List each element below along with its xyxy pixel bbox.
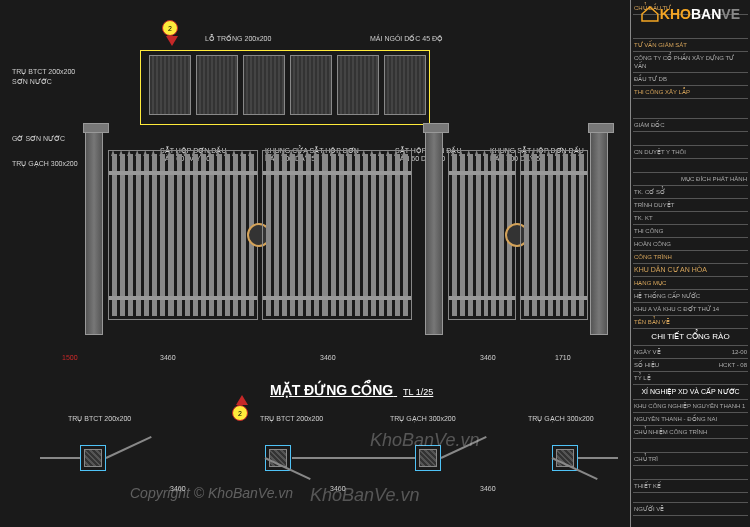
copyright-text: Copyright © KhoBanVe.vn bbox=[130, 485, 293, 501]
tb-muc-dich: MỤC ĐÍCH PHÁT HÀNH bbox=[633, 173, 748, 186]
plan-label-btct-l: TRỤ BTCT 200x200 bbox=[68, 415, 131, 423]
tb-chi-tiet: CHI TIẾT CỔNG RÀO bbox=[633, 329, 748, 346]
label-tru-btct: TRỤ BTCT 200x200 bbox=[12, 68, 75, 76]
gate-panel-3 bbox=[448, 150, 516, 320]
tb-cong-trinh: CÔNG TRÌNH bbox=[633, 251, 748, 264]
watermark-2: KhoBanVe.vn bbox=[310, 485, 419, 506]
label-son-nuoc: SƠN NƯỚC bbox=[12, 78, 52, 86]
logo-ve: VE bbox=[721, 6, 740, 22]
dim-3460-3: 3460 bbox=[480, 354, 496, 361]
roof-section bbox=[140, 50, 430, 125]
dim-3460-1: 3460 bbox=[160, 354, 176, 361]
plan-label-gach-1: TRỤ GẠCH 300x200 bbox=[390, 415, 456, 423]
title-block: CHỦ ĐẦU TƯ TƯ VẤN GIÁM SÁT CÔNG TY CỔ PH… bbox=[630, 0, 750, 527]
tb-giam-doc: GIÁM ĐỐC bbox=[633, 119, 748, 132]
pillar-right bbox=[590, 130, 608, 335]
gate-panel-4 bbox=[520, 150, 588, 320]
pillar-left bbox=[85, 130, 103, 335]
tb-khu-dan-cu: KHU DÂN CƯ AN HÒA bbox=[633, 264, 748, 277]
drawing-scale: TL 1/25 bbox=[403, 387, 433, 397]
gate-elevation: 1500 3460 3460 3460 1710 bbox=[90, 40, 610, 370]
label-go-son: GỜ SƠN NƯỚC bbox=[12, 135, 65, 143]
logo-kho: KHO bbox=[660, 6, 691, 22]
gate-body bbox=[90, 150, 610, 335]
label-tru-gach: TRỤ GẠCH 300x200 bbox=[12, 160, 78, 168]
tb-thi-cong: THI CÔNG XÂY LẮP bbox=[633, 86, 748, 99]
drawing-canvas: TRỤ BTCT 200x200 SƠN NƯỚC GỜ SƠN NƯỚC TR… bbox=[0, 0, 630, 527]
plan-pillar-1 bbox=[80, 445, 106, 471]
tb-xi-nghiep: XÍ NGHIỆP XD VÀ CẤP NƯỚC bbox=[633, 385, 748, 400]
section-marker-bottom: 2 bbox=[232, 395, 252, 415]
tb-tu-van: TƯ VẤN GIÁM SÁT bbox=[633, 39, 748, 52]
plan-dim-3: 3460 bbox=[480, 485, 496, 492]
plan-label-gach-2: TRỤ GẠCH 300x200 bbox=[528, 415, 594, 423]
tb-cn-duyet: CN DUYỆT Y THÔI bbox=[633, 146, 748, 159]
dim-1500: 1500 bbox=[62, 354, 78, 361]
dim-3460-2: 3460 bbox=[320, 354, 336, 361]
tb-ten-bv: TÊN BẢN VẼ bbox=[633, 316, 748, 329]
dim-1710: 1710 bbox=[555, 354, 571, 361]
drawing-title: MẶT ĐỨNG CỔNG TL 1/25 bbox=[270, 382, 433, 398]
gate-panel-2 bbox=[262, 150, 412, 320]
plan-label-btct-m: TRỤ BTCT 200x200 bbox=[260, 415, 323, 423]
watermark-1: KhoBanVe.vn bbox=[370, 430, 479, 451]
gate-panel-1 bbox=[108, 150, 258, 320]
logo: KHOBANVE bbox=[640, 5, 740, 35]
logo-ban: BAN bbox=[691, 6, 721, 22]
pillar-mid bbox=[425, 130, 443, 335]
section-marker-top: 2 bbox=[162, 20, 182, 40]
tb-hang-muc: HẠNG MỤC bbox=[633, 277, 748, 290]
house-icon bbox=[640, 5, 660, 23]
